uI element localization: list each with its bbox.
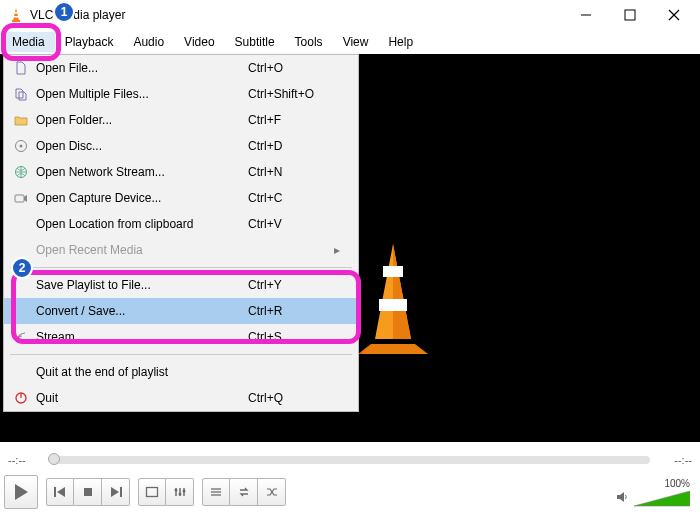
menu-media[interactable]: Media (2, 32, 55, 52)
svg-point-32 (178, 493, 181, 496)
menu-item-accel: Ctrl+F (248, 113, 334, 127)
submenu-arrow-icon: ▸ (334, 243, 348, 257)
menu-item-open-disc[interactable]: Open Disc...Ctrl+D (4, 133, 358, 159)
menu-video[interactable]: Video (174, 32, 224, 52)
svg-point-14 (20, 145, 23, 148)
svg-rect-12 (379, 299, 407, 311)
svg-rect-27 (147, 488, 158, 497)
menu-item-open-recent-media: Open Recent Media▸ (4, 237, 358, 263)
menu-item-label: Open Multiple Files... (34, 87, 248, 101)
svg-marker-10 (393, 244, 411, 339)
net-icon (8, 165, 34, 179)
volume-slider[interactable] (634, 491, 690, 507)
stop-button[interactable] (74, 478, 102, 506)
svg-marker-23 (57, 487, 65, 497)
callout-badge-1: 1 (53, 1, 75, 23)
previous-button[interactable] (46, 478, 74, 506)
menu-item-open-file[interactable]: Open File...Ctrl+O (4, 55, 358, 81)
menu-item-open-location-from-clipboard[interactable]: Open Location from clipboardCtrl+V (4, 211, 358, 237)
menu-item-label: Open Disc... (34, 139, 248, 153)
minimize-button[interactable] (564, 0, 608, 30)
speaker-icon[interactable] (616, 490, 630, 507)
svg-marker-37 (617, 492, 624, 502)
svg-rect-2 (14, 12, 18, 14)
menu-item-accel: Ctrl+O (248, 61, 334, 75)
menu-help[interactable]: Help (378, 32, 423, 52)
menu-item-open-folder[interactable]: Open Folder...Ctrl+F (4, 107, 358, 133)
next-button[interactable] (102, 478, 130, 506)
svg-rect-16 (15, 195, 24, 202)
svg-rect-25 (120, 487, 122, 497)
maximize-button[interactable] (608, 0, 652, 30)
svg-marker-38 (634, 491, 690, 506)
vlc-logo-icon (348, 244, 438, 354)
menu-item-convert-save[interactable]: Convert / Save...Ctrl+R (4, 298, 358, 324)
menu-item-label: Convert / Save... (34, 304, 248, 318)
svg-rect-11 (383, 266, 403, 277)
seek-bar[interactable] (50, 456, 650, 464)
vlc-cone-icon (8, 7, 24, 23)
menu-item-open-capture-device[interactable]: Open Capture Device...Ctrl+C (4, 185, 358, 211)
svg-rect-3 (13, 16, 18, 18)
menu-item-accel: Ctrl+V (248, 217, 334, 231)
disc-icon (8, 139, 34, 153)
menu-item-accel: Ctrl+S (248, 330, 334, 344)
menu-item-accel: Ctrl+N (248, 165, 334, 179)
seek-knob[interactable] (48, 453, 60, 465)
shuffle-button[interactable] (258, 478, 286, 506)
media-dropdown: Open File...Ctrl+OOpen Multiple Files...… (3, 54, 359, 412)
menu-item-label: Stream... (34, 330, 248, 344)
menu-item-quit[interactable]: QuitCtrl+Q (4, 385, 358, 411)
volume-control[interactable]: 100% (616, 478, 696, 507)
playlist-button[interactable] (202, 478, 230, 506)
quit-icon (8, 391, 34, 405)
fullscreen-button[interactable] (138, 478, 166, 506)
svg-point-33 (182, 490, 185, 493)
menu-item-accel: Ctrl+D (248, 139, 334, 153)
volume-percent: 100% (664, 478, 690, 489)
menu-item-quit-at-the-end-of-playlist[interactable]: Quit at the end of playlist (4, 359, 358, 385)
menu-item-accel: Ctrl+C (248, 191, 334, 205)
menu-tools[interactable]: Tools (285, 32, 333, 52)
folder-icon (8, 113, 34, 127)
menu-audio[interactable]: Audio (123, 32, 174, 52)
menu-item-label: Open Folder... (34, 113, 248, 127)
menu-item-label: Save Playlist to File... (34, 278, 248, 292)
capture-icon (8, 191, 34, 205)
stream-icon (8, 330, 34, 344)
play-button[interactable] (4, 475, 38, 509)
menu-item-accel: Ctrl+R (248, 304, 334, 318)
svg-rect-5 (625, 10, 635, 20)
close-button[interactable] (652, 0, 696, 30)
menu-item-open-network-stream[interactable]: Open Network Stream...Ctrl+N (4, 159, 358, 185)
menu-view[interactable]: View (333, 32, 379, 52)
playback-controls: 100% (4, 473, 696, 511)
menu-item-label: Quit (34, 391, 248, 405)
menu-item-accel: Ctrl+Shift+O (248, 87, 334, 101)
time-elapsed: --:-- (8, 454, 44, 466)
menu-item-save-playlist-to-file[interactable]: Save Playlist to File...Ctrl+Y (4, 272, 358, 298)
menu-item-stream[interactable]: Stream...Ctrl+S (4, 324, 358, 350)
time-total: --:-- (656, 454, 692, 466)
menu-bar: Media Playback Audio Video Subtitle Tool… (0, 30, 700, 54)
title-bar: VLC media player (0, 0, 700, 30)
svg-marker-21 (15, 484, 28, 500)
progress-row: --:-- --:-- (8, 450, 692, 470)
menu-item-open-multiple-files[interactable]: Open Multiple Files...Ctrl+Shift+O (4, 81, 358, 107)
menu-playback[interactable]: Playback (55, 32, 124, 52)
ext-settings-button[interactable] (166, 478, 194, 506)
menu-subtitle[interactable]: Subtitle (225, 32, 285, 52)
window-title: VLC media player (30, 8, 564, 22)
svg-marker-8 (358, 344, 428, 354)
callout-badge-2: 2 (11, 257, 33, 279)
svg-rect-1 (12, 20, 20, 22)
menu-item-label: Open File... (34, 61, 248, 75)
menu-item-label: Open Capture Device... (34, 191, 248, 205)
loop-button[interactable] (230, 478, 258, 506)
menu-item-label: Open Recent Media (34, 243, 248, 257)
svg-marker-26 (111, 487, 119, 497)
file-icon (8, 61, 34, 75)
svg-rect-22 (54, 487, 56, 497)
svg-point-31 (174, 489, 177, 492)
menu-item-label: Open Location from clipboard (34, 217, 248, 231)
